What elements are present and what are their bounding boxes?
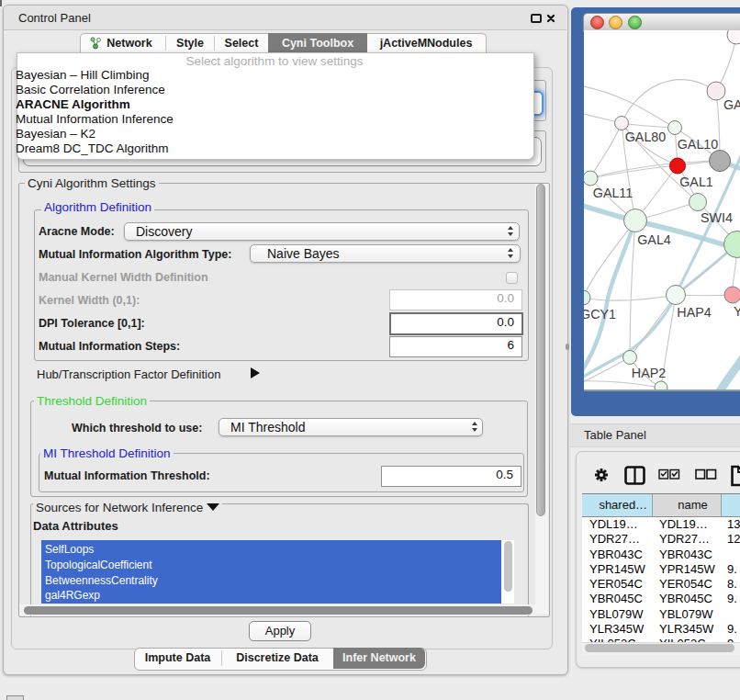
svg-text:GAL1: GAL1 bbox=[679, 175, 713, 189]
svg-text:Y: Y bbox=[734, 304, 740, 319]
svg-text:GAL: GAL bbox=[723, 97, 740, 112]
svg-text:GAL11: GAL11 bbox=[593, 186, 633, 200]
svg-text:GAL10: GAL10 bbox=[678, 137, 719, 152]
svg-text:HAP2: HAP2 bbox=[632, 366, 666, 380]
svg-text:GCY1: GCY1 bbox=[584, 307, 616, 322]
svg-text:HAP4: HAP4 bbox=[677, 305, 711, 320]
svg-text:SWI4: SWI4 bbox=[701, 210, 733, 225]
svg-text:GAL4: GAL4 bbox=[637, 232, 671, 247]
svg-text:GAL80: GAL80 bbox=[625, 130, 667, 144]
